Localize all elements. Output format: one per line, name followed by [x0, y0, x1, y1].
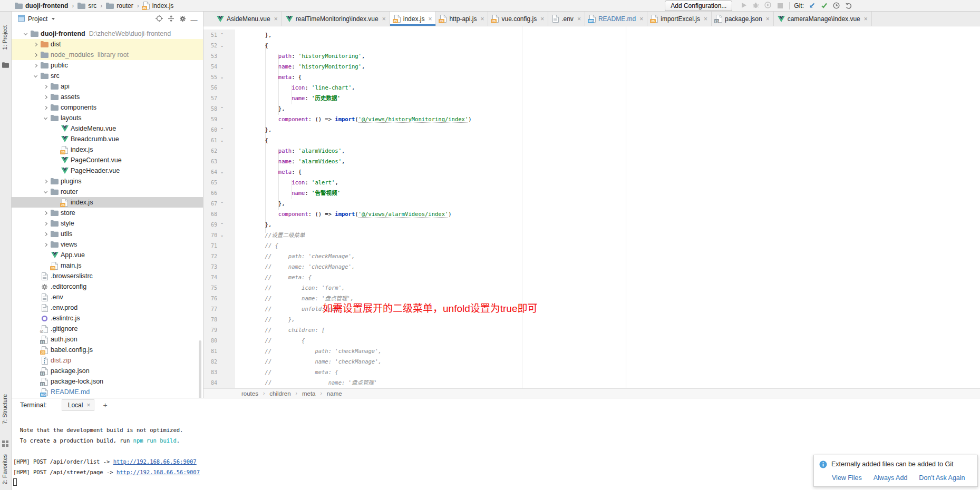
code-line[interactable]: 58⌃ },: [203, 103, 980, 114]
tree-item-node-modules[interactable]: node_moduleslibrary root: [12, 50, 203, 60]
tree-item-src[interactable]: src: [12, 71, 203, 81]
tree-item-package-lock-json[interactable]: { }package-lock.json: [12, 376, 203, 387]
tree-item-eslintrc-js[interactable]: .eslintrc.js: [12, 313, 203, 324]
new-terminal-button[interactable]: +: [103, 401, 107, 409]
code-line[interactable]: 52⌄ {: [203, 40, 980, 51]
code-line[interactable]: 55⌄ meta: {: [203, 72, 980, 82]
close-tab-icon[interactable]: ×: [428, 15, 432, 23]
code-line[interactable]: 63 name: 'alarmVideos',: [203, 156, 980, 166]
close-tab-icon[interactable]: ×: [577, 15, 581, 23]
git-commit-button[interactable]: [818, 1, 830, 11]
tree-chevron-icon[interactable]: [41, 96, 50, 99]
tree-item-plugins[interactable]: plugins: [12, 176, 203, 187]
tree-item-api[interactable]: api: [12, 81, 203, 92]
breadcrumb-item-src[interactable]: src: [77, 2, 96, 9]
close-tab-icon[interactable]: ×: [274, 15, 278, 23]
stripe-structure-button[interactable]: 7: Structure: [2, 394, 8, 424]
code-line[interactable]: 60⌃ },: [203, 124, 980, 135]
tree-item-env-prod[interactable]: .env.prod: [12, 302, 203, 313]
breadcrumb-item-index-js[interactable]: JSindex.js: [143, 2, 174, 9]
code-line[interactable]: 81 // path: 'checkManage',: [203, 346, 980, 356]
code-line[interactable]: 75 // icon: 'form',: [203, 282, 980, 293]
fold-marker-icon[interactable]: ⌃: [217, 222, 227, 227]
grid-icon[interactable]: [2, 440, 8, 448]
code-line[interactable]: 51⌃ },: [203, 30, 980, 40]
code-line[interactable]: 77 // unfold:true: [203, 303, 980, 314]
tree-item-index-js[interactable]: JSindex.js: [12, 144, 203, 155]
close-tab-icon[interactable]: ×: [382, 15, 386, 23]
tab-package-json[interactable]: { }package.json×: [712, 12, 774, 26]
locate-button[interactable]: [153, 13, 165, 24]
notification-action-always-add[interactable]: Always Add: [874, 474, 908, 482]
breadcrumb-item-duoji-frontend[interactable]: duoji-frontend: [15, 2, 68, 9]
tab-importexcel-js[interactable]: JSimportExcel.js×: [647, 12, 712, 26]
code-line[interactable]: 56 icon: 'line-chart',: [203, 82, 980, 93]
close-tab-icon[interactable]: ×: [480, 15, 484, 23]
hide-button[interactable]: —: [188, 15, 200, 25]
tree-item-public[interactable]: public: [12, 60, 203, 71]
tree-chevron-icon[interactable]: [21, 33, 30, 35]
code-line[interactable]: 62 path: 'alarmVideos',: [203, 145, 980, 156]
fold-marker-icon[interactable]: ⌄: [217, 138, 227, 143]
tree-chevron-icon[interactable]: [41, 233, 50, 236]
tree-item-app-vue[interactable]: App.vue: [12, 250, 203, 260]
run-button[interactable]: [738, 0, 750, 11]
coverage-button[interactable]: [762, 0, 774, 11]
fold-marker-icon[interactable]: ⌃: [217, 106, 227, 111]
fold-marker-icon[interactable]: ⌄: [217, 43, 227, 48]
tab-readme-md[interactable]: MDREADME.md×: [585, 12, 647, 26]
code-line[interactable]: 71 // {: [203, 240, 980, 251]
close-tab-icon[interactable]: ×: [639, 15, 643, 23]
tree-item-views[interactable]: views: [12, 239, 203, 250]
fold-marker-icon[interactable]: ⌄: [217, 170, 227, 174]
terminal-link[interactable]: http://192.168.66.56:9007: [117, 469, 200, 475]
tab-vue-config-js[interactable]: JSvue.config.js×: [488, 12, 548, 26]
git-revert-button[interactable]: [842, 1, 855, 11]
tab-asidemenu-vue[interactable]: AsideMenu.vue×: [213, 12, 282, 26]
tree-item-style[interactable]: style: [12, 218, 203, 229]
fold-marker-icon[interactable]: ⌄: [217, 75, 227, 80]
project-stripe-icon[interactable]: [2, 62, 9, 70]
code-line[interactable]: 83 // meta: {: [203, 367, 980, 377]
tree-item-assets[interactable]: assets: [12, 92, 203, 102]
editor-breadcrumb-routes[interactable]: routes: [241, 390, 258, 397]
tree-chevron-icon[interactable]: [41, 222, 50, 225]
fold-marker-icon[interactable]: ⌄: [217, 233, 227, 238]
fold-marker-icon[interactable]: ⌃: [217, 201, 227, 206]
breadcrumb-item-router[interactable]: router: [106, 2, 133, 9]
editor-breadcrumb-meta[interactable]: meta: [302, 390, 316, 397]
tree-item-utils[interactable]: utils: [12, 229, 203, 239]
code-line[interactable]: 59 component: () => import('@/views/hist…: [203, 114, 980, 124]
close-icon[interactable]: ×: [86, 401, 90, 409]
tab-cameramanage-index-vue[interactable]: cameraManage\index.vue×: [774, 12, 872, 26]
notification-action-don-t-ask-again[interactable]: Don't Ask Again: [919, 474, 965, 482]
tree-item-store[interactable]: store: [12, 208, 203, 218]
code-line[interactable]: 76 // name: '盘点管理',: [203, 293, 980, 303]
code-line[interactable]: 78 // },: [203, 314, 980, 325]
code-line[interactable]: 57 name: '历史数据': [203, 93, 980, 103]
tree-chevron-icon[interactable]: [41, 212, 50, 214]
code-line[interactable]: 80 // {: [203, 335, 980, 346]
tree-item-dist[interactable]: dist: [12, 39, 203, 50]
code-line[interactable]: 54 name: 'historyMonitoring',: [203, 61, 980, 72]
editor-breadcrumb-children[interactable]: children: [269, 390, 290, 397]
chevron-down-icon[interactable]: [52, 18, 55, 20]
tree-chevron-icon[interactable]: [31, 43, 40, 46]
tree-item-breadcrumb-vue[interactable]: Breadcrumb.vue: [12, 134, 203, 144]
tree-item-babel-config-js[interactable]: JSbabel.config.js: [12, 345, 203, 355]
code-line[interactable]: 73 // name: 'checkManage',: [203, 261, 980, 272]
collapse-button[interactable]: [165, 13, 177, 24]
terminal-link[interactable]: http://192.168.66.56:9007: [113, 458, 197, 465]
tree-item-readme-md[interactable]: MDREADME.md: [12, 387, 203, 397]
code-line[interactable]: 66 name: '告警视频': [203, 188, 980, 198]
tree-item-pagecontent-vue[interactable]: PageContent.vue: [12, 155, 203, 165]
stripe-project-button[interactable]: 1: Project: [2, 25, 8, 50]
tree-chevron-icon[interactable]: [41, 106, 50, 109]
tree-item-pageheader-vue[interactable]: PageHeader.vue: [12, 165, 203, 176]
tree-chevron-icon[interactable]: [41, 243, 50, 246]
code-line[interactable]: 65 icon: 'alert',: [203, 177, 980, 188]
fold-marker-icon[interactable]: ⌃: [217, 128, 227, 132]
code-line[interactable]: 74 // meta: {: [203, 272, 980, 282]
close-tab-icon[interactable]: ×: [704, 15, 707, 23]
tree-chevron-icon[interactable]: [41, 117, 50, 119]
